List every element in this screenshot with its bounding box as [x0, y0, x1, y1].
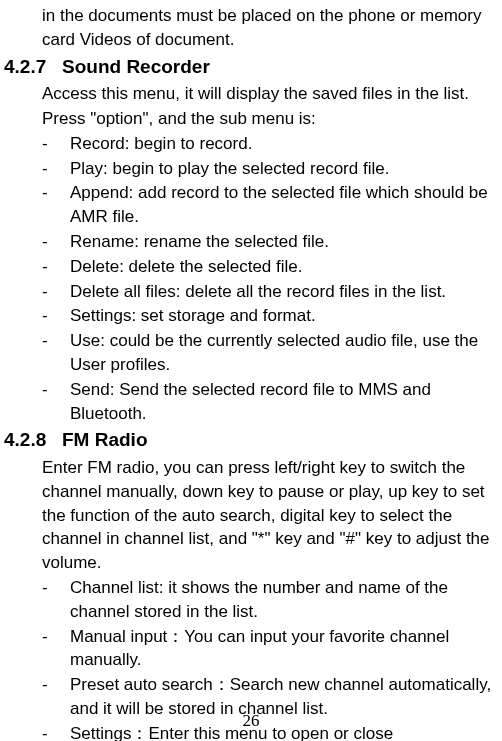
bullet: -	[42, 157, 70, 181]
bullet: -	[42, 378, 70, 426]
page-number: 26	[0, 709, 502, 733]
section-title: FM Radio	[62, 429, 148, 450]
section-title: Sound Recorder	[62, 56, 210, 77]
list-item: - Send: Send the selected record file to…	[42, 378, 494, 426]
list-item: - Append: add record to the selected fil…	[42, 181, 494, 229]
bullet: -	[42, 576, 70, 624]
list-item: - Settings: set storage and format.	[42, 304, 494, 328]
section-heading-4-2-8: 4.2.8FM Radio	[42, 427, 494, 454]
bullet: -	[42, 280, 70, 304]
section-body: Press "option", and the sub menu is:	[42, 107, 494, 131]
list-text: Delete all files: delete all the record …	[70, 280, 494, 304]
list-text: Use: could be the currently selected aud…	[70, 329, 494, 377]
bullet: -	[42, 625, 70, 673]
section-number: 4.2.8	[0, 427, 62, 454]
section-body: Access this menu, it will display the sa…	[42, 82, 494, 106]
bullet: -	[42, 329, 70, 377]
list-item: - Manual input：You can input your favori…	[42, 625, 494, 673]
bullet: -	[42, 230, 70, 254]
list-item: - Use: could be the currently selected a…	[42, 329, 494, 377]
list-item: - Rename: rename the selected file.	[42, 230, 494, 254]
list-text: Record: begin to record.	[70, 132, 494, 156]
bullet: -	[42, 255, 70, 279]
list-text: Manual input：You can input your favorite…	[70, 625, 494, 673]
bullet: -	[42, 181, 70, 229]
list-text: Send: Send the selected record file to M…	[70, 378, 494, 426]
list-item: - Delete: delete the selected file.	[42, 255, 494, 279]
list-item: - Play: begin to play the selected recor…	[42, 157, 494, 181]
intro-text: in the documents must be placed on the p…	[42, 4, 494, 52]
section-number: 4.2.7	[0, 54, 62, 81]
bullet: -	[42, 132, 70, 156]
list-item: - Channel list: it shows the number and …	[42, 576, 494, 624]
list-text: Settings: set storage and format.	[70, 304, 494, 328]
list-text: Append: add record to the selected file …	[70, 181, 494, 229]
list-text: Rename: rename the selected file.	[70, 230, 494, 254]
list-item: - Record: begin to record.	[42, 132, 494, 156]
list-text: Play: begin to play the selected record …	[70, 157, 494, 181]
list-item: - Delete all files: delete all the recor…	[42, 280, 494, 304]
list-text: Channel list: it shows the number and na…	[70, 576, 494, 624]
section-body: Enter FM radio, you can press left/right…	[42, 456, 494, 575]
section-heading-4-2-7: 4.2.7Sound Recorder	[42, 54, 494, 81]
list-text: Delete: delete the selected file.	[70, 255, 494, 279]
bullet: -	[42, 304, 70, 328]
